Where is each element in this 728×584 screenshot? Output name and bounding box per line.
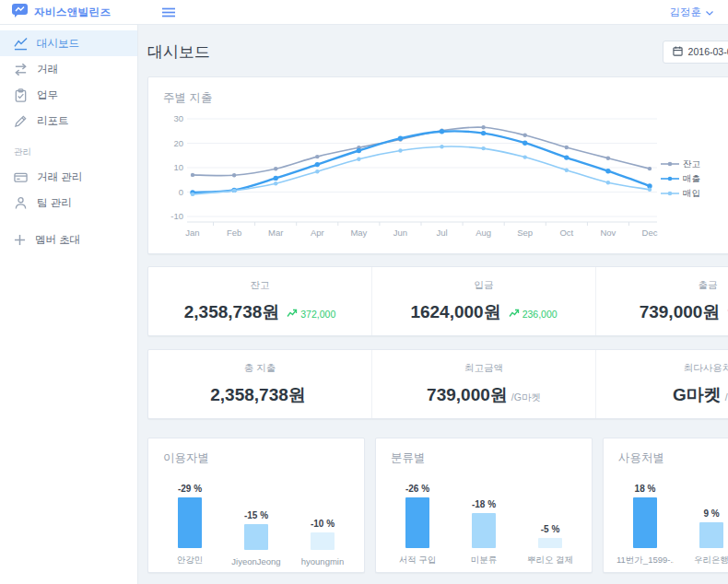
bar	[699, 522, 723, 548]
person-icon	[14, 196, 28, 210]
transfer-icon	[14, 63, 28, 76]
sidebar-item-label: 리포트	[37, 114, 69, 128]
bar-category-label: 뿌리오 결제	[527, 555, 573, 566]
svg-text:Aug: Aug	[476, 228, 491, 238]
sidebar-item-label: 거래 관리	[37, 170, 82, 184]
sidebar-section-label: 관리	[0, 146, 137, 158]
bar-category-label: 미분류	[471, 555, 498, 566]
legend-label: 매입	[683, 188, 700, 200]
credit-card-icon	[14, 170, 28, 184]
legend-marker-icon	[661, 175, 679, 182]
clipboard-icon	[14, 88, 28, 102]
weekly-spending-chart: 3020100-10JanFebMarAprMayJunJulAugSepOct…	[163, 108, 659, 250]
svg-text:Oct: Oct	[559, 228, 573, 238]
sidebar-item-dashboard[interactable]: 대시보드	[0, 30, 137, 56]
balance-stats-card: 잔고 2,358,738원 372,000 입금 1624,000원	[147, 266, 728, 336]
trend-up-icon	[509, 309, 520, 320]
chevron-down-icon	[706, 6, 713, 18]
sidebar-item-invite-member[interactable]: 멤버 초대	[0, 227, 137, 252]
trend-indicator: 236,000	[509, 309, 558, 320]
svg-text:Feb: Feb	[227, 228, 241, 238]
bar-value-label: 9 %	[703, 508, 719, 519]
svg-text:Mar: Mar	[268, 228, 283, 238]
calendar-icon	[673, 46, 683, 58]
legend-item[interactable]: 매출	[661, 173, 705, 185]
bar-value-label: -26 %	[405, 484, 429, 494]
app-logo[interactable]: 자비스앤빌린즈	[0, 4, 138, 21]
bar-value-label: -18 %	[472, 499, 496, 509]
by-category-bar-chart: -26 %서적 구입-18 %미분류-5 %뿌리오 결제	[391, 477, 577, 566]
svg-text:Apr: Apr	[311, 228, 324, 238]
sidebar-item-label: 업무	[37, 88, 58, 102]
bar-value-label: -29 %	[178, 484, 202, 494]
logo-text: 자비스앤빌린즈	[34, 6, 111, 19]
svg-text:May: May	[350, 228, 367, 238]
sidebar: 대시보드거래업무리포트관리거래 관리팀 관리멤버 초대	[0, 25, 138, 584]
trend-up-icon	[287, 309, 298, 320]
bar-column: -26 %서적 구입	[391, 484, 444, 566]
legend-label: 매출	[683, 173, 700, 185]
user-menu[interactable]: 김정훈	[670, 6, 714, 19]
date-range-picker[interactable]: 2016-03-09 ~ 2016-04-06	[663, 41, 728, 64]
by-merchant-bar-chart: 18 %11번가_1599-...9 %우리은행5 %로젠택배	[618, 477, 728, 566]
user-name: 김정훈	[670, 6, 702, 19]
sidebar-item-report[interactable]: 리포트	[0, 108, 137, 134]
bar-column: -10 %hyoungmin	[296, 519, 349, 566]
weekly-spending-card: 주별 지출 3020100-10JanFebMarAprMayJunJulAug…	[147, 76, 728, 254]
svg-text:Jul: Jul	[436, 228, 447, 238]
legend-label: 잔고	[683, 158, 700, 170]
sidebar-item-team-management[interactable]: 팀 관리	[0, 190, 137, 216]
sidebar-item-transaction-management[interactable]: 거래 관리	[0, 164, 137, 190]
bar	[311, 532, 335, 550]
bar-value-label: -5 %	[541, 524, 560, 534]
bar-category-label: 11번가_1599-...	[616, 555, 674, 566]
bar-category-label: JiyeonJeong	[231, 556, 280, 566]
top-header: 자비스앤빌린즈 김정훈	[0, 0, 728, 25]
sidebar-item-label: 멤버 초대	[35, 233, 80, 247]
legend-marker-icon	[661, 160, 679, 168]
legend-marker-icon	[661, 190, 679, 197]
bar	[633, 497, 657, 548]
by-user-card: 이용자별 -29 %안강민-15 %JiyeonJeong-10 %hyoung…	[147, 438, 365, 573]
bar-column: -29 %안강민	[163, 484, 217, 566]
plus-icon	[14, 234, 26, 246]
by-category-card: 분류별 -26 %서적 구입-18 %미분류-5 %뿌리오 결제	[375, 438, 593, 573]
stat-total-spending: 총 지출 2,358,738원	[148, 350, 372, 418]
sidebar-item-transactions[interactable]: 거래	[0, 56, 137, 82]
svg-text:30: 30	[173, 113, 183, 123]
svg-text:0: 0	[179, 187, 183, 197]
legend-item[interactable]: 잔고	[661, 158, 705, 170]
svg-text:10: 10	[173, 162, 183, 172]
bar-column: 18 %11번가_1599-...	[618, 484, 672, 566]
date-range-label: 2016-03-09 ~ 2016-04-06	[688, 46, 728, 57]
bar-value-label: -15 %	[244, 510, 268, 520]
bar-column: -5 %뿌리오 결제	[523, 524, 577, 566]
pencil-icon	[14, 114, 28, 128]
by-user-title: 이용자별	[163, 450, 349, 466]
bar	[472, 513, 496, 548]
bar-column: -18 %미분류	[457, 499, 511, 566]
stat-balance: 잔고 2,358,738원 372,000	[148, 267, 372, 335]
sidebar-item-label: 대시보드	[37, 37, 79, 51]
trend-indicator: 372,000	[287, 309, 335, 320]
bar-category-label: 우리은행	[694, 555, 728, 566]
legend-item[interactable]: 매입	[661, 188, 705, 200]
weekly-spending-title: 주별 지출	[163, 90, 728, 106]
sidebar-item-label: 거래	[37, 63, 58, 76]
bar-value-label: 18 %	[635, 484, 656, 494]
menu-icon[interactable]	[162, 7, 175, 18]
svg-text:Sep: Sep	[517, 228, 533, 238]
main-content: 대시보드 2016-03-09 ~ 2016-04-06 주별 지출 30201…	[138, 25, 728, 584]
bar	[244, 524, 268, 550]
by-category-title: 분류별	[391, 450, 577, 466]
chart-legend: 잔고매출매입	[661, 158, 705, 200]
sidebar-item-tasks[interactable]: 업무	[0, 82, 137, 108]
page-title: 대시보드	[147, 41, 210, 63]
bar	[405, 497, 429, 548]
stat-deposit: 입금 1624,000원 236,000	[372, 267, 596, 335]
stat-max-amount: 최고금액 739,000원 /G마켓	[372, 350, 596, 418]
logo-bubble-icon	[12, 4, 28, 21]
by-user-bar-chart: -29 %안강민-15 %JiyeonJeong-10 %hyoungmin	[163, 477, 349, 566]
svg-text:20: 20	[173, 138, 183, 148]
bar-value-label: -10 %	[311, 519, 335, 529]
